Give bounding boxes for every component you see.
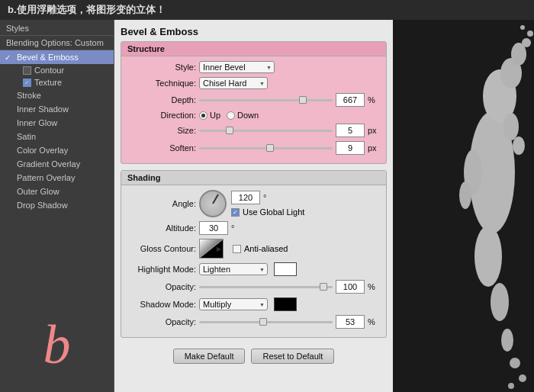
sidebar-item-label: Bevel & Emboss <box>17 53 79 62</box>
depth-track <box>199 99 333 101</box>
size-thumb[interactable] <box>226 127 233 134</box>
technique-select[interactable]: Chisel Hard Smooth Chisel Soft <box>199 77 268 89</box>
radio-down-label: Down <box>237 111 259 120</box>
highlight-color-swatch[interactable] <box>274 262 297 276</box>
depth-input[interactable]: 667 <box>336 93 365 107</box>
sidebar-item-label: Inner Shadow <box>17 104 69 114</box>
sidebar-item-outer-glow[interactable]: Outer Glow <box>0 185 114 198</box>
svg-point-15 <box>519 374 526 382</box>
radio-down-circle[interactable] <box>227 111 235 120</box>
shadow-opacity-label: Opacity: <box>127 317 196 326</box>
splash-svg <box>393 20 534 392</box>
structure-body: Style: Inner Bevel Outer Bevel Emboss Pi… <box>121 56 386 163</box>
shadow-opacity-slider[interactable] <box>199 316 333 327</box>
shadow-mode-select[interactable]: Multiply Screen Normal Lighten <box>199 298 268 310</box>
content-panel: Bevel & Emboss Structure Style: Inner Be… <box>114 20 393 392</box>
shadow-opacity-input[interactable]: 53 <box>336 315 365 329</box>
make-default-button[interactable]: Make Default <box>173 349 246 364</box>
sidebar-item-label: Texture <box>34 78 62 87</box>
structure-section: Structure Style: Inner Bevel Outer Bevel… <box>121 41 387 164</box>
panel-title: Bevel & Emboss <box>121 26 387 37</box>
sidebar-item-texture[interactable]: ✓ Texture <box>0 76 114 88</box>
sidebar-item-stroke[interactable]: Stroke <box>0 88 114 102</box>
sidebar-item-inner-shadow[interactable]: Inner Shadow <box>0 102 114 116</box>
angle-control: 120 ° ✓ Use Global Light <box>199 190 304 217</box>
technique-select-wrapper[interactable]: Chisel Hard Smooth Chisel Soft <box>199 77 268 89</box>
global-light-check-icon[interactable]: ✓ <box>231 208 240 217</box>
shadow-opacity-thumb[interactable] <box>259 318 267 326</box>
depth-row: Depth: 667 % <box>127 93 380 107</box>
angle-col: 120 ° ✓ Use Global Light <box>231 191 304 217</box>
sidebar-item-satin[interactable]: Satin <box>0 130 114 143</box>
angle-wheel[interactable] <box>199 190 227 217</box>
highlight-opacity-slider[interactable] <box>199 281 333 292</box>
size-input[interactable]: 5 <box>336 124 365 137</box>
sidebar-item-contour[interactable]: Contour <box>0 64 114 76</box>
size-row: Size: 5 px <box>127 124 380 137</box>
svg-point-18 <box>459 182 471 209</box>
direction-radio-group: Up Down <box>199 111 259 120</box>
soften-unit: px <box>368 143 380 153</box>
radio-up-circle[interactable] <box>199 111 207 120</box>
highlight-mode-select[interactable]: Lighten Screen Multiply Normal <box>199 263 268 275</box>
sidebar-item-label: Pattern Overlay <box>17 173 75 182</box>
reset-to-default-button[interactable]: Reset to Default <box>251 349 334 364</box>
sidebar-item-gradient-overlay[interactable]: Gradient Overlay <box>0 157 114 171</box>
anti-aliased-checkbox[interactable]: Anti-aliased <box>233 244 288 253</box>
highlight-opacity-label: Opacity: <box>127 282 196 291</box>
sidebar-item-drop-shadow[interactable]: Drop Shadow <box>0 198 114 212</box>
depth-thumb[interactable] <box>299 96 307 104</box>
angle-unit: ° <box>263 193 275 202</box>
shadow-mode-label: Shadow Mode: <box>127 300 196 309</box>
soften-track <box>199 147 333 149</box>
size-track <box>199 130 333 132</box>
shading-header: Shading <box>121 171 386 185</box>
sidebar-styles-label: Styles <box>0 20 114 36</box>
size-slider[interactable] <box>199 125 333 136</box>
b-letter-preview: b <box>0 212 114 392</box>
altitude-unit: ° <box>231 223 243 233</box>
soften-slider[interactable] <box>199 143 333 153</box>
shadow-opacity-unit: % <box>368 317 380 326</box>
anti-aliased-label: Anti-aliased <box>244 244 288 253</box>
altitude-input[interactable]: 30 <box>199 221 228 235</box>
top-bar: b.使用浮雕选项，将图形变的立体！ <box>0 0 534 20</box>
style-label: Style: <box>127 63 196 72</box>
shadow-color-swatch[interactable] <box>274 297 297 311</box>
svg-point-9 <box>503 113 519 140</box>
check-icon: ✓ <box>5 53 11 62</box>
sidebar-item-inner-glow[interactable]: Inner Glow <box>0 116 114 130</box>
style-select-wrapper[interactable]: Inner Bevel Outer Bevel Emboss Pillow Em… <box>199 61 275 73</box>
splash-background <box>393 20 534 392</box>
highlight-opacity-row: Opacity: 100 % <box>127 280 380 294</box>
checkbox-texture[interactable]: ✓ <box>23 79 31 87</box>
highlight-opacity-input[interactable]: 100 <box>336 280 365 294</box>
style-select[interactable]: Inner Bevel Outer Bevel Emboss Pillow Em… <box>199 61 275 73</box>
sidebar-item-pattern-overlay[interactable]: Pattern Overlay <box>0 171 114 185</box>
svg-point-6 <box>522 38 531 47</box>
soften-thumb[interactable] <box>266 144 274 152</box>
checkbox-contour[interactable] <box>23 66 31 75</box>
direction-up[interactable]: Up <box>199 111 220 120</box>
sidebar-item-color-overlay[interactable]: Color Overlay <box>0 143 114 157</box>
soften-row: Soften: 9 px <box>127 141 380 155</box>
sidebar-item-bevel-emboss[interactable]: ✓ Bevel & Emboss <box>0 50 114 64</box>
altitude-label: Altitude: <box>127 223 196 233</box>
shadow-mode-select-wrapper[interactable]: Multiply Screen Normal Lighten <box>199 298 268 310</box>
svg-point-10 <box>513 137 525 155</box>
structure-header: Structure <box>121 42 386 56</box>
soften-input[interactable]: 9 <box>336 141 365 155</box>
highlight-mode-select-wrapper[interactable]: Lighten Screen Multiply Normal <box>199 263 268 275</box>
gloss-contour-row: Gloss Contour: ▶ Anti-aliased <box>127 239 380 259</box>
highlight-opacity-thumb[interactable] <box>320 283 327 291</box>
global-light-checkbox[interactable]: ✓ Use Global Light <box>231 207 304 217</box>
anti-aliased-check-icon[interactable] <box>233 245 241 253</box>
sidebar-item-label: Contour <box>34 66 64 75</box>
depth-slider[interactable] <box>199 95 333 105</box>
angle-input[interactable]: 120 <box>231 191 260 204</box>
shadow-mode-row: Shadow Mode: Multiply Screen Normal Ligh… <box>127 297 380 311</box>
gloss-contour-preview[interactable]: ▶ <box>199 239 224 259</box>
depth-label: Depth: <box>127 95 196 104</box>
size-unit: px <box>368 126 380 135</box>
direction-down[interactable]: Down <box>227 111 259 120</box>
